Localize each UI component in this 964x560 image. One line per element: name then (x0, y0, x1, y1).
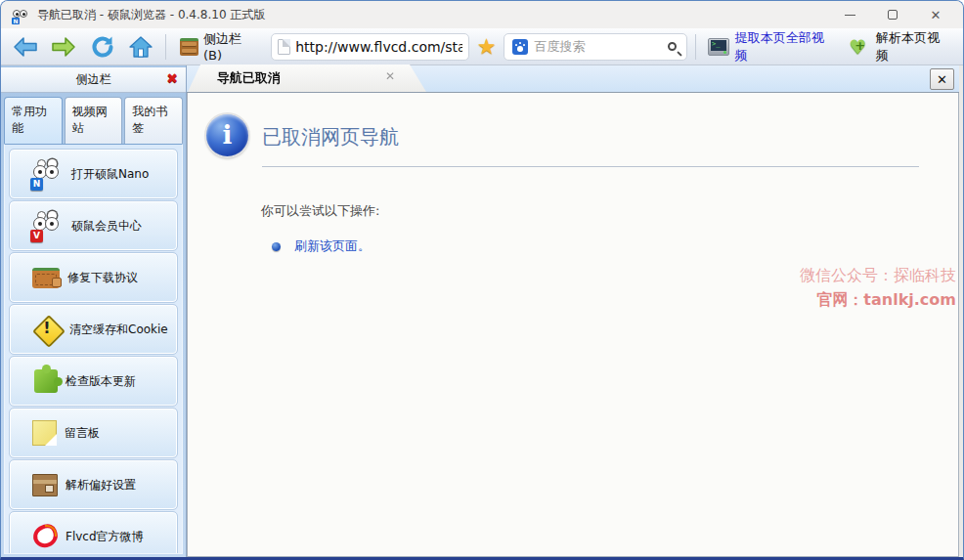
forward-button[interactable] (48, 32, 81, 62)
parse-videos-label: 解析本页视频 (876, 29, 951, 65)
home-icon (129, 36, 153, 58)
search-icon[interactable] (668, 42, 677, 51)
forward-icon (51, 36, 76, 58)
sidebar-header: 侧边栏 ✖ (1, 67, 186, 93)
back-icon (13, 36, 38, 58)
sidebar-panel: N 打开硕鼠Nano V 硕鼠会员中心 修复下载协议 清空缓存和Cookie (4, 144, 183, 554)
wallet-icon (32, 268, 60, 288)
sidebar-item-member-center[interactable]: V 硕鼠会员中心 (10, 201, 177, 250)
maximize-button[interactable] (871, 2, 914, 27)
tab-label: 导航已取消 (217, 69, 281, 87)
toolbar-separator (165, 34, 166, 60)
tabstrip-close-button[interactable]: ✕ (930, 68, 954, 90)
minimize-button[interactable] (828, 2, 871, 27)
bookmark-star-icon[interactable]: ★ (477, 36, 497, 58)
refresh-button[interactable] (86, 32, 119, 62)
sidebar-item-message-board[interactable]: 留言板 (10, 409, 177, 457)
sidebar-toggle-label: 侧边栏(B) (203, 30, 259, 63)
mouse-vip-icon: V (32, 211, 64, 240)
app-logo-mouse-icon: N (13, 7, 29, 22)
minimize-icon (845, 15, 855, 16)
address-input[interactable] (295, 39, 461, 55)
close-icon: ✕ (931, 9, 942, 22)
close-button[interactable]: ✕ (914, 2, 957, 27)
window-body: 侧边栏 ✖ 常用功能 视频网站 我的书签 N 打开硕鼠Nano V 硕鼠会员中心 (1, 65, 963, 557)
sidebar-item-weibo[interactable]: Flvcd官方微博 (10, 512, 177, 554)
info-icon: i (206, 114, 248, 156)
refresh-icon (91, 35, 114, 59)
page-heading: 已取消网页导航 (262, 124, 919, 151)
home-button[interactable] (125, 32, 158, 62)
search-box[interactable] (504, 33, 687, 61)
window-title: 导航已取消 - 硕鼠浏览器 - 0.4.8.10 正式版 (37, 7, 265, 23)
extract-videos-label: 提取本页全部视频 (735, 29, 836, 65)
heading-wrap: 已取消网页导航 (262, 114, 919, 167)
watermark-line2: 官网：tanlkj.com (800, 287, 956, 312)
search-input[interactable] (534, 39, 662, 54)
puzzle-icon (34, 369, 58, 393)
sidebar-tabs: 常用功能 视频网站 我的书签 (1, 93, 186, 144)
note-icon (32, 420, 57, 446)
heart-plus-icon: ♥+ (849, 37, 870, 57)
tab-strip: 导航已取消 ✕ ✕ (187, 65, 959, 93)
page-tab-navigation-canceled[interactable]: 导航已取消 ✕ (188, 65, 426, 92)
weibo-icon (32, 525, 58, 548)
watermark-line1: 微信公众号：探临科技 (800, 263, 956, 287)
title-bar: N 导航已取消 - 硕鼠浏览器 - 0.4.8.10 正式版 ✕ (1, 1, 963, 28)
sidebar: 侧边栏 ✖ 常用功能 视频网站 我的书签 N 打开硕鼠Nano V 硕鼠会员中心 (1, 65, 187, 557)
refresh-page-link[interactable]: 刷新该页面。 (294, 237, 371, 255)
window-controls: ✕ (828, 2, 957, 27)
sidebar-item-check-update[interactable]: 检查版本更新 (10, 357, 177, 406)
back-button[interactable] (9, 32, 42, 62)
sidebar-item-fix-protocol[interactable]: 修复下载协议 (10, 253, 177, 302)
sidebar-title: 侧边栏 (1, 71, 186, 88)
page-content: i 已取消网页导航 你可以尝试以下操作: 刷新该页面。 微信公众号：探临科技 官… (187, 93, 959, 557)
heading-divider (262, 166, 919, 167)
sidebar-tab-common[interactable]: 常用功能 (4, 97, 63, 144)
address-bar[interactable] (271, 33, 468, 61)
warning-icon (32, 315, 62, 344)
parse-videos-button[interactable]: ♥+ 解析本页视频 (845, 27, 955, 66)
hint-text: 你可以尝试以下操作: (261, 202, 958, 220)
monitor-icon (708, 38, 729, 56)
tab-close-icon[interactable]: ✕ (385, 70, 395, 82)
sidebar-tab-video-sites[interactable]: 视频网站 (65, 97, 123, 144)
sidebar-tab-bookmarks[interactable]: 我的书签 (124, 97, 183, 144)
sidebar-item-clear-cache[interactable]: 清空缓存和Cookie (10, 305, 177, 354)
main-area: 导航已取消 ✕ ✕ i 已取消网页导航 你可以尝试以下操作: 刷新该页面。 (187, 65, 963, 557)
extract-videos-button[interactable]: 提取本页全部视频 (704, 27, 839, 66)
mouse-nano-icon: N (32, 159, 64, 189)
sidebar-toggle-button[interactable]: 侧边栏(B) (174, 28, 265, 65)
sidebar-item-parse-preferences[interactable]: 解析偏好设置 (10, 460, 177, 509)
drawer-icon (180, 38, 198, 56)
info-row: i 已取消网页导航 (188, 93, 958, 167)
page-icon (278, 39, 290, 55)
toolbar: 侧边栏(B) ★ 提取本页全部视频 ♥+ 解析本页视频 (1, 28, 963, 65)
package-icon (32, 474, 58, 496)
sidebar-item-open-nano[interactable]: N 打开硕鼠Nano (10, 150, 177, 198)
maximize-icon (888, 10, 898, 20)
browser-window: N 导航已取消 - 硕鼠浏览器 - 0.4.8.10 正式版 ✕ 侧边栏(B) (0, 0, 964, 560)
refresh-action: 刷新该页面。 (272, 237, 958, 255)
watermark: 微信公众号：探临科技 官网：tanlkj.com (800, 263, 956, 312)
bullet-icon (272, 242, 281, 251)
sidebar-close-icon[interactable]: ✖ (166, 71, 178, 85)
toolbar-separator (695, 34, 696, 60)
baidu-icon (512, 39, 528, 55)
